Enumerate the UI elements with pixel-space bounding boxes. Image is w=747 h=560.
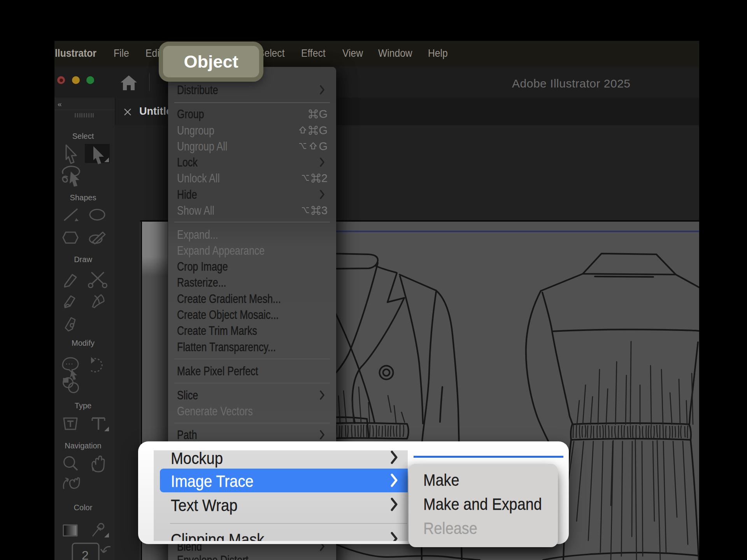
svg-text:2: 2: [82, 548, 89, 560]
